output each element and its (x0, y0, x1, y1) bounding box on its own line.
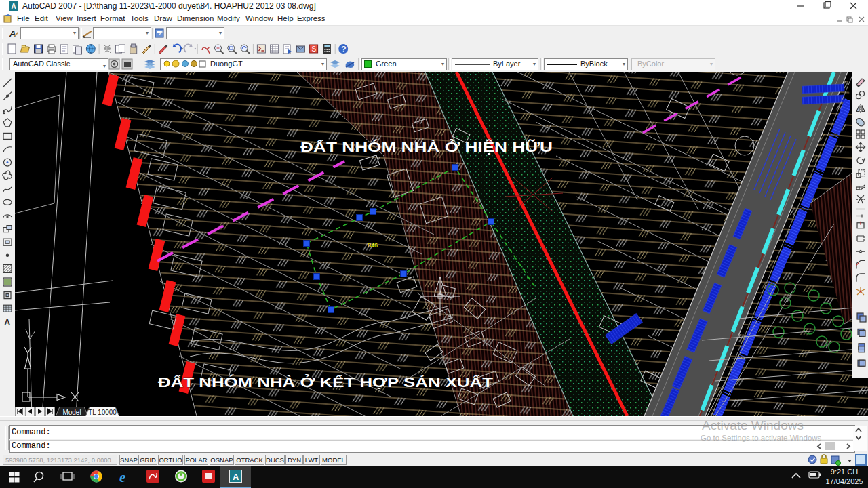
svg-text:TL 10000: TL 10000 (88, 409, 117, 416)
svg-text:A: A (11, 3, 16, 10)
svg-text:A: A (233, 472, 239, 482)
svg-text:9:21 CH: 9:21 CH (831, 468, 858, 476)
svg-text:S: S (312, 45, 317, 53)
svg-text:Model: Model (62, 409, 81, 416)
svg-text:17/04/2025: 17/04/2025 (825, 477, 863, 485)
svg-text:ĐẤT NHÓM NHÀ Ở HIỆN HỮU: ĐẤT NHÓM NHÀ Ở HIỆN HỮU (300, 139, 553, 155)
svg-text:ĐẤT NHÓM NHÀ Ở KẾT HỢP SẢN XUẤ: ĐẤT NHÓM NHÀ Ở KẾT HỢP SẢN XUẤT (158, 374, 493, 390)
svg-text:e: e (119, 469, 125, 485)
svg-text:?: ? (341, 45, 346, 54)
svg-text:846: 846 (368, 242, 378, 249)
svg-text:A: A (9, 28, 16, 39)
svg-text:A: A (4, 317, 11, 327)
